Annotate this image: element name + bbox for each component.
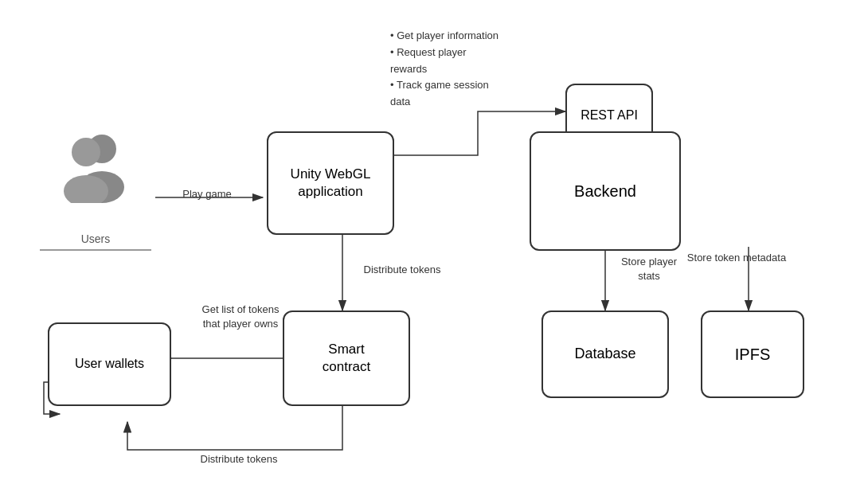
users-icon <box>56 131 135 203</box>
get-list-label: Get list of tokens that player owns <box>193 303 288 331</box>
distribute-tokens-top-label: Distribute tokens <box>350 263 454 277</box>
play-game-label: Play game <box>167 187 247 201</box>
user-wallets-box: User wallets <box>48 322 171 406</box>
bullet-1: • Get player information <box>390 28 499 45</box>
bullet-3: • Track game session data <box>390 77 499 111</box>
users-label: Users <box>81 232 111 245</box>
backend-box: Backend <box>530 131 681 251</box>
unity-box: Unity WebGL application <box>267 131 394 235</box>
database-box: Database <box>542 310 669 398</box>
bullet-2: • Request player rewards <box>390 45 499 78</box>
store-token-metadata-label: Store token metadata <box>685 251 788 265</box>
distribute-tokens-bottom-label: Distribute tokens <box>159 452 319 467</box>
ipfs-box: IPFS <box>701 310 804 398</box>
svg-point-11 <box>72 138 100 166</box>
users-area: Users <box>40 123 151 251</box>
rest-api-bullets: • Get player information • Request playe… <box>390 28 499 111</box>
architecture-diagram: Users Play game • Get player information… <box>0 0 868 496</box>
store-player-stats-label: Store player stats <box>613 255 685 283</box>
smart-contract-box: Smart contract <box>283 310 410 406</box>
